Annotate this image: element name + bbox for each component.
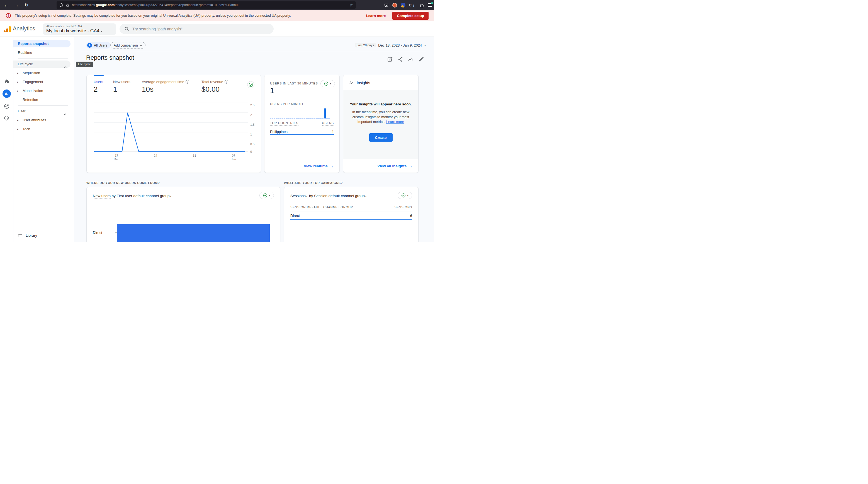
x-tick: 31 xyxy=(193,154,196,157)
learn-more-link[interactable]: Learn more xyxy=(386,120,404,124)
table-row[interactable]: Direct 6 xyxy=(290,214,412,218)
nav-item-realtime[interactable]: Realtime xyxy=(13,49,70,56)
search-input[interactable]: Try searching "path analysis" xyxy=(120,24,274,34)
metric-avg-engagement-time[interactable]: Average engagement time? 10s xyxy=(142,80,189,94)
duckduckgo-extension-icon[interactable] xyxy=(392,3,397,7)
metric-users[interactable]: Users 2 xyxy=(94,80,103,94)
reports-icon[interactable] xyxy=(0,90,13,98)
browser-reload-icon[interactable]: ↻ xyxy=(25,3,28,7)
add-comparison-chip[interactable]: Add comparison + xyxy=(110,42,146,49)
search-placeholder: Try searching "path analysis" xyxy=(132,27,183,31)
direct-bar[interactable] xyxy=(117,224,270,242)
data-quality-dropdown[interactable]: ▾ xyxy=(259,192,274,199)
expand-triangle-icon[interactable]: ▸ xyxy=(17,87,19,94)
insights-body: In the meantime, you can create new cust… xyxy=(349,110,413,125)
overview-card: Users 2 New users 1 Average engagement t… xyxy=(86,75,261,173)
date-preset-badge: Last 28 days xyxy=(355,43,376,48)
table-row[interactable]: Philippines 1 xyxy=(270,130,334,134)
nav-section-user[interactable]: User xyxy=(13,108,70,115)
share-icon[interactable] xyxy=(397,56,403,62)
nav-section-life-cycle[interactable]: Life cycle xyxy=(13,61,70,68)
realtime-title: USERS IN LAST 30 MINUTES xyxy=(270,82,318,85)
lock-icon[interactable] xyxy=(66,3,69,7)
check-circle-icon xyxy=(263,193,268,198)
account-switcher[interactable]: All accounts›Test HCL GA My local dx web… xyxy=(43,23,116,35)
browser-menu-icon[interactable] xyxy=(428,3,432,7)
arrow-right-icon: → xyxy=(330,164,334,169)
extension-icon[interactable] xyxy=(401,3,405,7)
comparison-badge: A xyxy=(87,43,92,48)
home-icon[interactable] xyxy=(0,79,13,84)
data-quality-dropdown[interactable]: ▾ xyxy=(398,192,412,199)
view-all-insights-link[interactable]: View all insights→ xyxy=(377,164,413,169)
row-underline xyxy=(270,134,334,135)
expand-triangle-icon[interactable]: ▸ xyxy=(17,78,19,86)
nav-item-monetization[interactable]: ▸Monetization xyxy=(13,87,70,94)
users-line-chart[interactable]: 17Dec 24 31 07Jan xyxy=(94,100,248,162)
nav-item-retention[interactable]: Retention xyxy=(13,96,70,103)
info-icon[interactable]: ? xyxy=(186,80,189,84)
colorzilla-extension-icon[interactable]: C⋮ xyxy=(409,3,416,7)
sparkline-slot xyxy=(270,107,272,119)
bookmark-star-icon[interactable]: ☆ xyxy=(349,3,353,7)
divider xyxy=(81,51,426,51)
campaigns-card-title[interactable]: Sessions▾ by Session default channel gro… xyxy=(290,194,367,198)
active-tab-indicator[interactable] xyxy=(94,75,104,76)
customize-report-icon[interactable] xyxy=(387,56,393,62)
address-bar[interactable]: https://analytics.google.com/analytics/w… xyxy=(57,1,356,9)
dropdown-caret-icon: ▾ xyxy=(330,82,331,85)
sparkline-slot xyxy=(314,107,316,119)
dropdown-caret-icon: ▾ xyxy=(101,30,102,33)
nav-item-reports-snapshot[interactable]: Reports snapshot xyxy=(13,40,70,48)
nav-item-user-attributes[interactable]: ▸User attributes xyxy=(13,117,70,124)
tracking-shield-icon[interactable] xyxy=(59,3,63,7)
edit-pencil-icon[interactable] xyxy=(418,56,424,62)
realtime-card: USERS IN LAST 30 MINUTES ▾ 1 USERS PER M… xyxy=(264,75,340,173)
main-content: A All Users Add comparison + Last 28 day… xyxy=(74,37,434,242)
data-quality-dropdown[interactable]: ▾ xyxy=(320,80,335,87)
browser-back-icon[interactable]: ← xyxy=(4,3,9,7)
learn-more-link[interactable]: Learn more xyxy=(366,14,386,18)
dropdown-caret-icon: ▾ xyxy=(306,195,308,198)
sparkline-bar xyxy=(324,109,326,119)
insights-icon[interactable] xyxy=(408,56,414,62)
expand-triangle-icon[interactable]: ▸ xyxy=(17,125,19,133)
data-quality-button[interactable] xyxy=(247,81,254,88)
create-insight-button[interactable]: Create xyxy=(369,133,393,142)
nav-item-acquisition[interactable]: ▸Acquisition xyxy=(13,69,70,77)
sparkline-slot xyxy=(306,107,308,119)
metric-total-revenue[interactable]: Total revenue? $0.00 xyxy=(202,80,228,94)
campaigns-card: Sessions▾ by Session default channel gro… xyxy=(284,187,418,242)
pocket-icon[interactable] xyxy=(384,3,389,7)
metric-new-users[interactable]: New users 1 xyxy=(113,80,130,94)
expand-triangle-icon[interactable]: ▸ xyxy=(17,69,19,77)
update-badge xyxy=(431,2,433,4)
date-range-selector[interactable]: Last 28 days Dec 13, 2023 - Jan 9, 2024 … xyxy=(355,43,426,48)
info-icon[interactable]: ? xyxy=(225,80,228,84)
sparkline-slot xyxy=(272,107,274,119)
advertising-icon[interactable] xyxy=(0,115,13,121)
axis-tick xyxy=(115,232,117,233)
extensions-puzzle-icon[interactable] xyxy=(420,3,424,7)
new-users-card-title[interactable]: New users by First user default channel … xyxy=(93,194,172,198)
all-users-chip[interactable]: A All Users xyxy=(86,42,110,49)
sparkline-slot xyxy=(308,107,310,119)
dropdown-caret-icon: ▾ xyxy=(269,194,270,197)
nav-item-tech[interactable]: ▸Tech xyxy=(13,125,70,133)
nav-item-library[interactable]: Library xyxy=(13,232,70,239)
dropdown-caret-icon: ▾ xyxy=(424,44,426,47)
expand-triangle-icon[interactable]: ▸ xyxy=(17,117,19,124)
explore-icon[interactable] xyxy=(0,103,13,109)
sparkline-slot xyxy=(274,107,276,119)
view-realtime-link[interactable]: View realtime→ xyxy=(304,164,334,169)
analytics-logo-icon[interactable] xyxy=(4,26,11,32)
property-name: My local dx website - GA4▾ xyxy=(46,28,113,33)
y-tick: 1.5 xyxy=(250,123,258,126)
complete-setup-button[interactable]: Complete setup xyxy=(392,12,429,20)
nav-item-engagement[interactable]: ▸Engagement xyxy=(13,78,70,86)
browser-forward-icon[interactable]: → xyxy=(14,3,19,7)
insights-header: Insights xyxy=(343,75,418,90)
sparkline-slot xyxy=(294,107,296,119)
arrow-right-icon: → xyxy=(408,164,413,169)
users-per-minute-sparkline[interactable] xyxy=(270,107,330,119)
